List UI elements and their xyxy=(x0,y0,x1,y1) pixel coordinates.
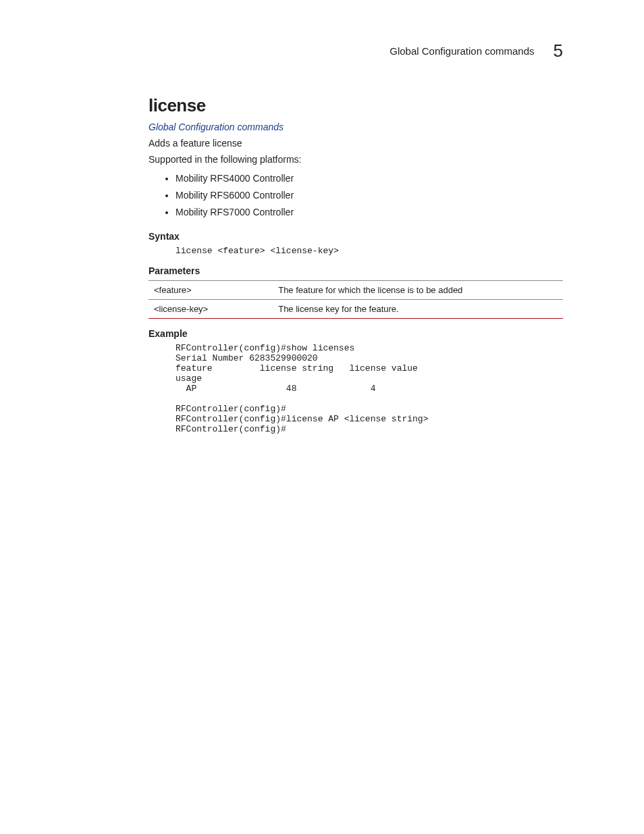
example-code: RFController(config)#show licenses Seria… xyxy=(176,343,563,434)
example-heading: Example xyxy=(149,328,563,339)
parameters-heading: Parameters xyxy=(149,265,563,276)
param-name: <feature> xyxy=(149,280,273,299)
parameters-table: <feature> The feature for which the lice… xyxy=(149,280,563,319)
param-desc: The feature for which the license is to … xyxy=(273,280,563,299)
page-header: Global Configuration commands 5 xyxy=(149,41,563,61)
header-section-title: Global Configuration commands xyxy=(390,45,534,57)
param-desc: The license key for the feature. xyxy=(273,299,563,318)
table-row: <feature> The feature for which the lice… xyxy=(149,280,563,299)
syntax-code: license <feature> <license-key> xyxy=(176,246,563,256)
section-link[interactable]: Global Configuration commands xyxy=(149,122,563,132)
command-title: license xyxy=(149,95,563,116)
description-text: Adds a feature license xyxy=(149,138,563,149)
header-chapter-number: 5 xyxy=(554,41,563,61)
platform-item: Mobility RFS6000 Controller xyxy=(176,187,563,204)
param-name: <license-key> xyxy=(149,299,273,318)
table-row: <license-key> The license key for the fe… xyxy=(149,299,563,318)
platforms-list: Mobility RFS4000 Controller Mobility RFS… xyxy=(149,170,563,221)
supported-text: Supported in the following platforms: xyxy=(149,154,563,165)
page-content: Global Configuration commands 5 license … xyxy=(0,0,644,481)
platform-item: Mobility RFS7000 Controller xyxy=(176,204,563,221)
platform-item: Mobility RFS4000 Controller xyxy=(176,170,563,187)
syntax-heading: Syntax xyxy=(149,231,563,242)
